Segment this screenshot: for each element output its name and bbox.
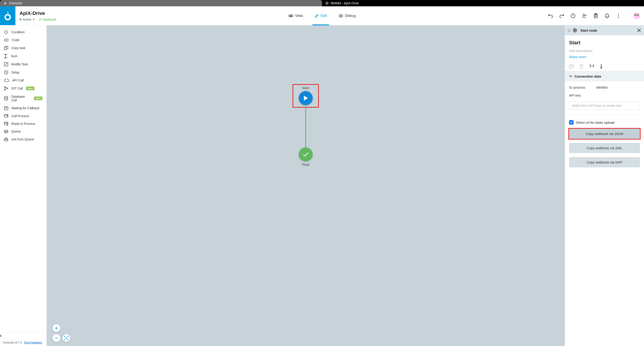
section-connection-data[interactable]: Connection data (565, 71, 644, 81)
palette-item-copy-task[interactable]: Copy task (0, 44, 46, 52)
tab-corezoid[interactable]: Corezoid (0, 0, 322, 6)
notifications-button[interactable] (604, 13, 610, 18)
undo-icon (548, 13, 553, 18)
feedback-link[interactable]: Send feedback (24, 341, 42, 344)
palette-item-waiting-callback[interactable]: Waiting for Callback (0, 104, 46, 112)
canvas-zoom-controls (52, 324, 70, 342)
highlight-box: Copy webhook via JSON (568, 128, 640, 140)
node-action-icons (569, 64, 640, 69)
database-icon (4, 96, 8, 101)
tab-debug[interactable]: Debug (338, 6, 356, 25)
panel-header-title: Start node (580, 28, 635, 32)
eye-icon (288, 14, 293, 18)
canvas[interactable]: Start Final (47, 25, 565, 346)
zoom-in-button[interactable] (52, 324, 60, 332)
redo-icon (559, 13, 564, 18)
description-input[interactable]: Add description (569, 49, 640, 53)
clock-icon (4, 70, 8, 74)
reply-icon (4, 122, 8, 126)
code-icon (4, 38, 8, 42)
callback-icon (4, 106, 8, 110)
properties-panel: Start node Start Add description Show mo… (565, 25, 644, 346)
drag-handle-icon[interactable] (568, 29, 570, 32)
palette-item-sum[interactable]: Sum (0, 52, 46, 60)
copy-webhook-xml-button[interactable]: Copy webhook via XML (569, 143, 640, 153)
palette-item-delay[interactable]: Delay (0, 68, 46, 76)
svg-point-7 (583, 14, 585, 16)
palette-item-queue[interactable]: Queue (0, 128, 46, 135)
direct-url-checkbox-row[interactable]: Direct url for tasks upload (569, 120, 640, 125)
copy-webhook-json-button[interactable]: Copy webhook via JSON (569, 129, 640, 139)
more-button[interactable] (616, 13, 621, 18)
tab-label: Corezoid (9, 1, 22, 5)
corezoid-logo-icon (4, 1, 7, 5)
palette-item-condition[interactable]: Condition (0, 28, 46, 36)
final-node[interactable]: Final (299, 148, 313, 167)
palette-item-api-call[interactable]: API Call (0, 76, 46, 84)
svg-point-11 (618, 15, 619, 16)
errors-button[interactable] (570, 13, 576, 18)
alert-circle-icon (571, 13, 576, 18)
close-icon[interactable] (637, 28, 641, 32)
brand-logo-box[interactable] (0, 6, 16, 25)
git-icon (4, 86, 8, 91)
checkbox-checked-icon[interactable] (569, 120, 574, 125)
sigma-icon (4, 54, 8, 58)
user-avatar[interactable] (633, 12, 640, 19)
status-active-dropdown[interactable]: Active (20, 18, 35, 21)
svg-point-21 (4, 87, 6, 88)
clipboard-button[interactable] (593, 13, 598, 18)
start-node-circle[interactable] (299, 91, 313, 105)
pencil-icon (315, 14, 319, 18)
palette-item-call-process[interactable]: Call Process (0, 112, 46, 120)
palette-collapse-button[interactable] (0, 333, 46, 339)
palette-item-modify-task[interactable]: Modify Task (0, 60, 46, 68)
api-key-select[interactable]: Select from API keys or create new (569, 101, 640, 110)
version-text: Corezoid v5.7.0 (3, 341, 22, 344)
show-more-link[interactable]: Show more (569, 55, 640, 59)
cloud-icon (4, 79, 9, 82)
mode-tabs: View Edit Debug (287, 6, 356, 25)
palette-item-get-queue[interactable]: Get from Queue (0, 135, 46, 143)
copy-icon (4, 46, 8, 50)
fit-screen-button[interactable] (62, 334, 70, 342)
close-icon[interactable] (326, 2, 328, 4)
trash-icon[interactable] (580, 64, 584, 69)
divider (569, 115, 640, 115)
svg-point-12 (618, 17, 619, 18)
zoom-out-button[interactable] (52, 334, 60, 342)
queue-icon (4, 130, 8, 133)
palette-item-git-call[interactable]: GIT Call New (0, 84, 46, 93)
bug-icon (338, 14, 343, 18)
browser-tabs-bar: Corezoid 984964 - ApiX-Drive (0, 0, 644, 6)
tab-edit[interactable]: Edit (314, 6, 328, 25)
collapse-icon[interactable] (590, 64, 594, 67)
svg-point-31 (601, 64, 602, 65)
tab-view[interactable]: View (287, 6, 304, 25)
start-node-selected[interactable]: Start (292, 84, 319, 108)
get-queue-icon (4, 137, 8, 141)
palette-item-reply-process[interactable]: Reply to Process (0, 120, 46, 128)
check-icon (39, 18, 42, 20)
svg-point-17 (638, 14, 638, 15)
chevron-down-icon (569, 75, 572, 77)
svg-rect-32 (601, 66, 602, 69)
undo-button[interactable] (548, 13, 553, 18)
tab-process[interactable]: 984964 - ApiX-Drive (322, 0, 644, 6)
final-node-circle[interactable] (299, 148, 313, 162)
new-badge: New (34, 97, 42, 100)
chevron-down-icon (32, 19, 35, 20)
info-icon[interactable] (600, 64, 602, 69)
copy-webhook-nvp-button[interactable]: Copy webhook via NVP (569, 157, 640, 167)
palette-item-code[interactable]: Code (0, 36, 46, 44)
node-title[interactable]: Start (569, 40, 640, 46)
connector-line (306, 107, 306, 150)
share-button[interactable] (582, 13, 587, 18)
copy-icon[interactable] (569, 64, 574, 69)
redo-button[interactable] (559, 13, 564, 18)
chevron-left-icon (0, 335, 2, 337)
modify-icon (4, 62, 8, 66)
api-key-label: API key (569, 93, 640, 97)
svg-rect-27 (4, 122, 8, 125)
palette-item-database-call[interactable]: Database Call New (0, 93, 46, 104)
